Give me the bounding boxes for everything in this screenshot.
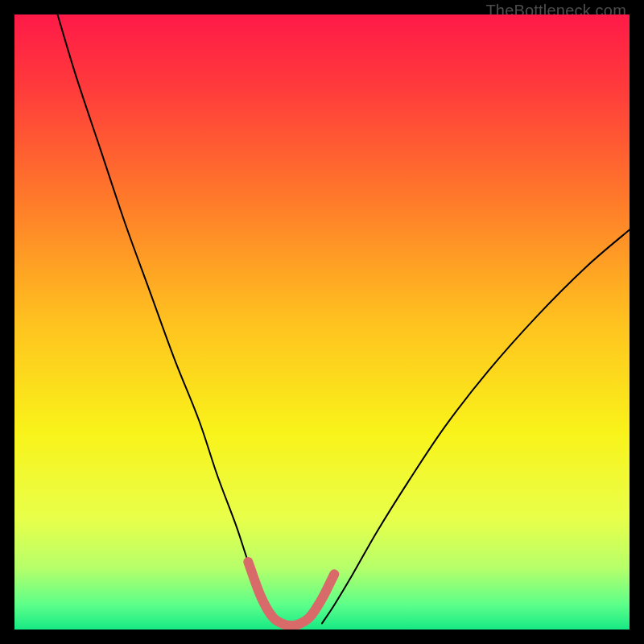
plot-area bbox=[14, 14, 630, 630]
gradient-background bbox=[14, 14, 630, 630]
outer-frame: TheBottleneck.com bbox=[0, 0, 644, 644]
chart-canvas bbox=[14, 14, 630, 630]
